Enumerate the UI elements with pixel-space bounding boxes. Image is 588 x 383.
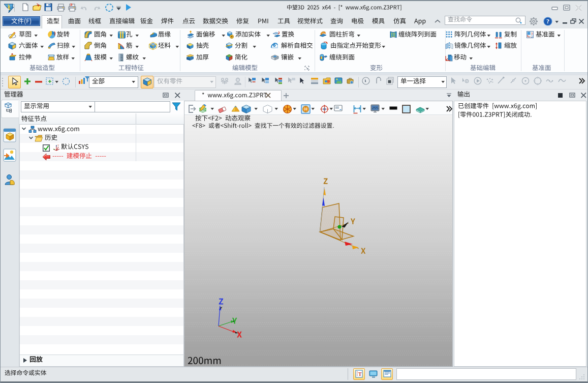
svg-text:?: ? xyxy=(546,18,549,25)
svg-text:T: T xyxy=(358,371,362,377)
svg-text:Y: Y xyxy=(57,144,59,147)
